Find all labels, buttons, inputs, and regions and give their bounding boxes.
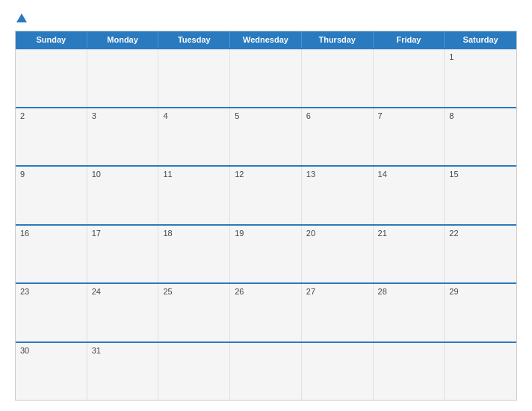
day-cell <box>87 49 159 107</box>
days-header: SundayMondayTuesdayWednesdayThursdayFrid… <box>16 31 516 48</box>
day-number: 28 <box>378 287 440 296</box>
day-number: 7 <box>378 111 440 120</box>
day-cell: 3 <box>87 108 159 166</box>
day-cell <box>158 343 230 401</box>
day-cell <box>16 49 87 107</box>
day-number: 27 <box>306 287 368 296</box>
day-cell: 19 <box>230 226 302 283</box>
day-cell <box>374 343 445 401</box>
day-number: 5 <box>235 111 297 120</box>
day-cell <box>445 343 516 401</box>
day-number: 3 <box>92 111 154 120</box>
day-number: 6 <box>306 111 368 120</box>
day-cell <box>230 343 302 401</box>
day-number: 21 <box>378 229 440 238</box>
day-cell: 22 <box>445 226 516 283</box>
day-cell <box>230 49 302 107</box>
day-number: 1 <box>449 52 512 61</box>
day-cell: 12 <box>230 167 302 224</box>
day-cell <box>302 343 374 401</box>
day-number: 26 <box>235 287 297 296</box>
week-row-4: 16171819202122 <box>16 224 516 283</box>
day-number: 16 <box>20 229 82 238</box>
day-cell: 30 <box>16 343 87 401</box>
weeks-container: 1234567891011121314151617181920212223242… <box>16 48 516 400</box>
day-cell: 11 <box>158 167 230 224</box>
day-number: 24 <box>92 287 154 296</box>
logo <box>15 13 27 23</box>
calendar: SundayMondayTuesdayWednesdayThursdayFrid… <box>15 31 517 401</box>
day-number: 2 <box>20 111 82 120</box>
day-header-thursday: Thursday <box>302 31 374 48</box>
day-number: 22 <box>449 229 512 238</box>
day-cell: 18 <box>158 226 230 283</box>
day-cell: 15 <box>445 167 516 224</box>
day-number: 29 <box>449 287 512 296</box>
day-cell: 1 <box>445 49 516 107</box>
day-number: 17 <box>92 229 154 238</box>
day-cell: 27 <box>302 284 374 342</box>
day-cell: 21 <box>374 226 445 283</box>
day-cell: 16 <box>16 226 87 283</box>
week-row-1: 1 <box>16 48 516 107</box>
day-number: 9 <box>20 170 82 179</box>
header <box>15 13 517 23</box>
day-header-sunday: Sunday <box>16 31 87 48</box>
day-number: 18 <box>163 229 225 238</box>
day-cell: 14 <box>374 167 445 224</box>
day-cell: 24 <box>87 284 159 342</box>
week-row-6: 3031 <box>16 342 516 401</box>
day-number: 4 <box>163 111 225 120</box>
day-cell: 6 <box>302 108 374 166</box>
day-header-wednesday: Wednesday <box>230 31 302 48</box>
day-number: 30 <box>20 346 82 355</box>
day-number: 23 <box>20 287 82 296</box>
day-cell: 25 <box>158 284 230 342</box>
week-row-2: 2345678 <box>16 107 516 166</box>
day-number: 11 <box>163 170 225 179</box>
day-number: 12 <box>235 170 297 179</box>
day-cell: 26 <box>230 284 302 342</box>
day-number: 14 <box>378 170 440 179</box>
day-cell: 13 <box>302 167 374 224</box>
logo-triangle-icon <box>16 13 27 22</box>
day-cell: 23 <box>16 284 87 342</box>
page: SundayMondayTuesdayWednesdayThursdayFrid… <box>0 0 532 411</box>
day-cell <box>302 49 374 107</box>
day-number: 19 <box>235 229 297 238</box>
day-number: 8 <box>449 111 512 120</box>
week-row-3: 9101112131415 <box>16 165 516 224</box>
day-cell: 7 <box>374 108 445 166</box>
logo-blue-text <box>15 13 27 23</box>
day-number: 25 <box>163 287 225 296</box>
day-cell <box>374 49 445 107</box>
day-cell: 28 <box>374 284 445 342</box>
day-header-saturday: Saturday <box>445 31 516 48</box>
day-cell: 17 <box>87 226 159 283</box>
day-cell: 10 <box>87 167 159 224</box>
day-cell <box>158 49 230 107</box>
day-number: 20 <box>306 229 368 238</box>
day-number: 13 <box>306 170 368 179</box>
day-header-monday: Monday <box>87 31 159 48</box>
day-cell: 9 <box>16 167 87 224</box>
day-number: 15 <box>449 170 512 179</box>
day-cell: 20 <box>302 226 374 283</box>
day-cell: 31 <box>87 343 159 401</box>
day-cell: 5 <box>230 108 302 166</box>
day-cell: 4 <box>158 108 230 166</box>
week-row-5: 23242526272829 <box>16 282 516 342</box>
day-header-friday: Friday <box>374 31 445 48</box>
day-cell: 8 <box>445 108 516 166</box>
day-cell: 2 <box>16 108 87 166</box>
day-number: 10 <box>92 170 154 179</box>
day-cell: 29 <box>445 284 516 342</box>
day-number: 31 <box>92 346 154 355</box>
day-header-tuesday: Tuesday <box>158 31 230 48</box>
